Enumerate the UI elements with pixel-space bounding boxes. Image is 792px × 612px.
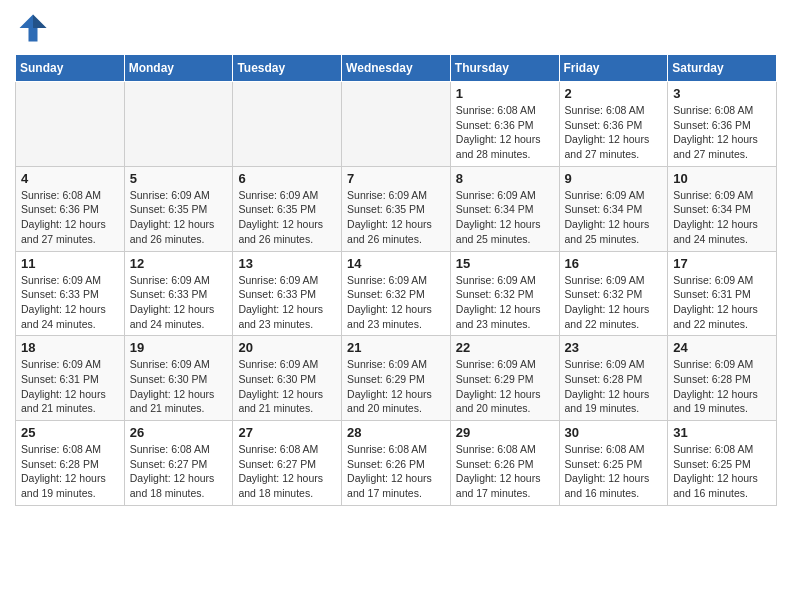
calendar-cell: 17Sunrise: 6:09 AM Sunset: 6:31 PM Dayli… (668, 251, 777, 336)
page-header (15, 10, 777, 46)
calendar-cell: 4Sunrise: 6:08 AM Sunset: 6:36 PM Daylig… (16, 166, 125, 251)
calendar-header-wednesday: Wednesday (342, 55, 451, 82)
calendar-cell: 2Sunrise: 6:08 AM Sunset: 6:36 PM Daylig… (559, 82, 668, 167)
calendar-cell: 3Sunrise: 6:08 AM Sunset: 6:36 PM Daylig… (668, 82, 777, 167)
calendar-cell: 29Sunrise: 6:08 AM Sunset: 6:26 PM Dayli… (450, 421, 559, 506)
day-info: Sunrise: 6:08 AM Sunset: 6:27 PM Dayligh… (238, 442, 336, 501)
calendar-week-3: 11Sunrise: 6:09 AM Sunset: 6:33 PM Dayli… (16, 251, 777, 336)
day-info: Sunrise: 6:09 AM Sunset: 6:32 PM Dayligh… (565, 273, 663, 332)
day-info: Sunrise: 6:09 AM Sunset: 6:32 PM Dayligh… (456, 273, 554, 332)
calendar-cell: 11Sunrise: 6:09 AM Sunset: 6:33 PM Dayli… (16, 251, 125, 336)
day-number: 13 (238, 256, 336, 271)
day-number: 2 (565, 86, 663, 101)
calendar-cell: 19Sunrise: 6:09 AM Sunset: 6:30 PM Dayli… (124, 336, 233, 421)
day-info: Sunrise: 6:09 AM Sunset: 6:34 PM Dayligh… (673, 188, 771, 247)
calendar-table: SundayMondayTuesdayWednesdayThursdayFrid… (15, 54, 777, 506)
day-info: Sunrise: 6:08 AM Sunset: 6:25 PM Dayligh… (673, 442, 771, 501)
calendar-cell: 27Sunrise: 6:08 AM Sunset: 6:27 PM Dayli… (233, 421, 342, 506)
day-info: Sunrise: 6:09 AM Sunset: 6:29 PM Dayligh… (456, 357, 554, 416)
day-info: Sunrise: 6:09 AM Sunset: 6:28 PM Dayligh… (565, 357, 663, 416)
day-info: Sunrise: 6:09 AM Sunset: 6:35 PM Dayligh… (238, 188, 336, 247)
day-number: 25 (21, 425, 119, 440)
day-number: 27 (238, 425, 336, 440)
calendar-header-monday: Monday (124, 55, 233, 82)
day-info: Sunrise: 6:09 AM Sunset: 6:31 PM Dayligh… (673, 273, 771, 332)
day-info: Sunrise: 6:08 AM Sunset: 6:26 PM Dayligh… (347, 442, 445, 501)
calendar-header-friday: Friday (559, 55, 668, 82)
calendar-cell: 24Sunrise: 6:09 AM Sunset: 6:28 PM Dayli… (668, 336, 777, 421)
calendar-cell (16, 82, 125, 167)
day-info: Sunrise: 6:08 AM Sunset: 6:36 PM Dayligh… (673, 103, 771, 162)
calendar-cell (233, 82, 342, 167)
day-number: 31 (673, 425, 771, 440)
day-info: Sunrise: 6:09 AM Sunset: 6:35 PM Dayligh… (347, 188, 445, 247)
day-info: Sunrise: 6:09 AM Sunset: 6:33 PM Dayligh… (130, 273, 228, 332)
calendar-cell: 8Sunrise: 6:09 AM Sunset: 6:34 PM Daylig… (450, 166, 559, 251)
day-number: 30 (565, 425, 663, 440)
day-info: Sunrise: 6:09 AM Sunset: 6:34 PM Dayligh… (456, 188, 554, 247)
day-number: 4 (21, 171, 119, 186)
day-info: Sunrise: 6:08 AM Sunset: 6:25 PM Dayligh… (565, 442, 663, 501)
day-number: 3 (673, 86, 771, 101)
day-number: 5 (130, 171, 228, 186)
calendar-week-2: 4Sunrise: 6:08 AM Sunset: 6:36 PM Daylig… (16, 166, 777, 251)
calendar-cell: 5Sunrise: 6:09 AM Sunset: 6:35 PM Daylig… (124, 166, 233, 251)
day-number: 20 (238, 340, 336, 355)
calendar-cell: 20Sunrise: 6:09 AM Sunset: 6:30 PM Dayli… (233, 336, 342, 421)
day-info: Sunrise: 6:08 AM Sunset: 6:26 PM Dayligh… (456, 442, 554, 501)
day-number: 24 (673, 340, 771, 355)
day-number: 29 (456, 425, 554, 440)
calendar-week-1: 1Sunrise: 6:08 AM Sunset: 6:36 PM Daylig… (16, 82, 777, 167)
day-info: Sunrise: 6:09 AM Sunset: 6:34 PM Dayligh… (565, 188, 663, 247)
calendar-cell: 25Sunrise: 6:08 AM Sunset: 6:28 PM Dayli… (16, 421, 125, 506)
calendar-cell: 18Sunrise: 6:09 AM Sunset: 6:31 PM Dayli… (16, 336, 125, 421)
calendar-header-thursday: Thursday (450, 55, 559, 82)
day-number: 1 (456, 86, 554, 101)
calendar-cell: 22Sunrise: 6:09 AM Sunset: 6:29 PM Dayli… (450, 336, 559, 421)
day-info: Sunrise: 6:08 AM Sunset: 6:27 PM Dayligh… (130, 442, 228, 501)
day-info: Sunrise: 6:09 AM Sunset: 6:33 PM Dayligh… (21, 273, 119, 332)
day-info: Sunrise: 6:09 AM Sunset: 6:35 PM Dayligh… (130, 188, 228, 247)
calendar-cell: 14Sunrise: 6:09 AM Sunset: 6:32 PM Dayli… (342, 251, 451, 336)
day-number: 23 (565, 340, 663, 355)
day-info: Sunrise: 6:09 AM Sunset: 6:31 PM Dayligh… (21, 357, 119, 416)
calendar-cell: 7Sunrise: 6:09 AM Sunset: 6:35 PM Daylig… (342, 166, 451, 251)
day-info: Sunrise: 6:08 AM Sunset: 6:36 PM Dayligh… (456, 103, 554, 162)
calendar-cell: 6Sunrise: 6:09 AM Sunset: 6:35 PM Daylig… (233, 166, 342, 251)
calendar-cell: 12Sunrise: 6:09 AM Sunset: 6:33 PM Dayli… (124, 251, 233, 336)
day-info: Sunrise: 6:08 AM Sunset: 6:36 PM Dayligh… (565, 103, 663, 162)
calendar-cell: 16Sunrise: 6:09 AM Sunset: 6:32 PM Dayli… (559, 251, 668, 336)
calendar-cell: 30Sunrise: 6:08 AM Sunset: 6:25 PM Dayli… (559, 421, 668, 506)
day-number: 11 (21, 256, 119, 271)
day-info: Sunrise: 6:09 AM Sunset: 6:30 PM Dayligh… (238, 357, 336, 416)
calendar-header-sunday: Sunday (16, 55, 125, 82)
day-number: 18 (21, 340, 119, 355)
day-number: 15 (456, 256, 554, 271)
calendar-cell: 10Sunrise: 6:09 AM Sunset: 6:34 PM Dayli… (668, 166, 777, 251)
calendar-cell: 23Sunrise: 6:09 AM Sunset: 6:28 PM Dayli… (559, 336, 668, 421)
calendar-cell: 15Sunrise: 6:09 AM Sunset: 6:32 PM Dayli… (450, 251, 559, 336)
calendar-cell: 9Sunrise: 6:09 AM Sunset: 6:34 PM Daylig… (559, 166, 668, 251)
day-info: Sunrise: 6:09 AM Sunset: 6:28 PM Dayligh… (673, 357, 771, 416)
day-info: Sunrise: 6:08 AM Sunset: 6:36 PM Dayligh… (21, 188, 119, 247)
day-number: 10 (673, 171, 771, 186)
day-number: 22 (456, 340, 554, 355)
calendar-header-tuesday: Tuesday (233, 55, 342, 82)
svg-marker-1 (33, 15, 47, 29)
calendar-cell: 13Sunrise: 6:09 AM Sunset: 6:33 PM Dayli… (233, 251, 342, 336)
day-number: 6 (238, 171, 336, 186)
calendar-header-saturday: Saturday (668, 55, 777, 82)
calendar-cell (124, 82, 233, 167)
day-number: 17 (673, 256, 771, 271)
calendar-header-row: SundayMondayTuesdayWednesdayThursdayFrid… (16, 55, 777, 82)
day-number: 28 (347, 425, 445, 440)
calendar-week-5: 25Sunrise: 6:08 AM Sunset: 6:28 PM Dayli… (16, 421, 777, 506)
day-info: Sunrise: 6:08 AM Sunset: 6:28 PM Dayligh… (21, 442, 119, 501)
calendar-week-4: 18Sunrise: 6:09 AM Sunset: 6:31 PM Dayli… (16, 336, 777, 421)
calendar-cell: 21Sunrise: 6:09 AM Sunset: 6:29 PM Dayli… (342, 336, 451, 421)
day-number: 16 (565, 256, 663, 271)
day-number: 8 (456, 171, 554, 186)
day-number: 12 (130, 256, 228, 271)
day-number: 19 (130, 340, 228, 355)
calendar-cell: 28Sunrise: 6:08 AM Sunset: 6:26 PM Dayli… (342, 421, 451, 506)
